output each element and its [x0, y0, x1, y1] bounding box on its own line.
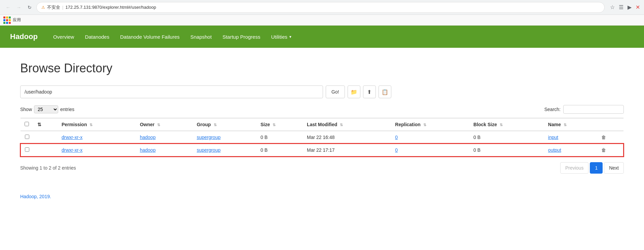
- star-button[interactable]: ☆: [610, 4, 615, 10]
- navbar-item-utilities[interactable]: Utilities ▼: [266, 27, 297, 47]
- clipboard-icon: 📋: [382, 89, 388, 95]
- row2-name: output: [544, 144, 597, 156]
- block-size-sort[interactable]: ⇅: [500, 123, 503, 127]
- row2-owner: hadoop: [136, 144, 193, 156]
- security-icon: ⚠: [41, 5, 45, 10]
- folder-icon: 📁: [351, 89, 357, 95]
- th-last-modified: Last Modified ⇅: [303, 118, 391, 131]
- forward-button[interactable]: →: [15, 3, 23, 11]
- row1-replication: 0: [391, 131, 469, 144]
- row1-delete: 🗑: [597, 131, 623, 144]
- row2-delete-icon[interactable]: 🗑: [601, 147, 606, 153]
- name-sort[interactable]: ⇅: [564, 123, 567, 127]
- row1-checkbox[interactable]: [25, 135, 29, 139]
- path-input[interactable]: [20, 85, 323, 98]
- row1-checkbox-cell: [21, 131, 33, 144]
- apps-grid-icon: [3, 16, 11, 24]
- navbar-item-datanode-volume-failures[interactable]: Datanode Volume Failures: [115, 27, 185, 47]
- row1-last-modified: Mar 22 16:48: [303, 131, 391, 144]
- row1-group: supergroup: [193, 131, 257, 144]
- pagination-buttons: Previous 1 Next: [560, 162, 624, 174]
- entries-label: entries: [60, 107, 74, 112]
- row1-block-size: 0 B: [469, 131, 544, 144]
- select-all-checkbox[interactable]: [25, 122, 29, 126]
- row2-indent: [33, 144, 58, 156]
- th-checkbox: [21, 118, 33, 131]
- last-modified-sort[interactable]: ⇅: [340, 123, 343, 127]
- table-row: drwxr-xr-x hadoop supergroup 0 B Mar 22 …: [21, 144, 623, 156]
- table-controls: Show 25 10 50 100 entries Search:: [20, 105, 624, 114]
- row2-group: supergroup: [193, 144, 257, 156]
- row1-name: input: [544, 131, 597, 144]
- search-label: Search:: [544, 107, 561, 112]
- upload-icon: ⬆: [367, 89, 371, 95]
- th-group: Group ⇅: [193, 118, 257, 131]
- reload-button[interactable]: ↻: [26, 3, 34, 11]
- go-button[interactable]: Go!: [326, 85, 345, 98]
- th-name: Name ⇅: [544, 118, 597, 131]
- clipboard-icon-button[interactable]: 📋: [379, 85, 391, 98]
- search-input[interactable]: [563, 105, 624, 114]
- th-replication: Replication ⇅: [391, 118, 469, 131]
- next-button[interactable]: Next: [604, 162, 624, 174]
- row1-delete-icon[interactable]: 🗑: [601, 135, 606, 140]
- os-apps-label: 应用: [13, 17, 21, 23]
- page-1-button[interactable]: 1: [590, 162, 603, 174]
- os-bar: 应用: [0, 15, 644, 26]
- row2-replication: 0: [391, 144, 469, 156]
- utilities-dropdown-arrow: ▼: [289, 35, 292, 39]
- size-sort[interactable]: ⇅: [273, 123, 276, 127]
- show-label: Show: [20, 107, 32, 112]
- table-body: drwxr-xr-x hadoop supergroup 0 B Mar 22 …: [21, 131, 623, 156]
- table-header: ⇅ Permission ⇅ Owner ⇅ Group ⇅ Size ⇅: [21, 118, 623, 131]
- th-size: Size ⇅: [256, 118, 303, 131]
- security-label: 不安全: [47, 4, 60, 10]
- path-bar: Go! 📁 ⬆ 📋: [20, 85, 624, 98]
- entries-select[interactable]: 25 10 50 100: [34, 105, 58, 113]
- row2-permission: drwxr-xr-x: [58, 144, 136, 156]
- browser-right-icons: ☆ ☰ ▶ ✕: [610, 4, 640, 10]
- row2-size: 0 B: [256, 144, 303, 156]
- table-row: drwxr-xr-x hadoop supergroup 0 B Mar 22 …: [21, 131, 623, 144]
- navbar-item-datanodes[interactable]: Datanodes: [79, 27, 115, 47]
- navbar-item-overview[interactable]: Overview: [48, 27, 80, 47]
- url-text: 172.25.7.131:9870/explorer.html#/user/ha…: [65, 5, 156, 10]
- th-permission: Permission ⇅: [58, 118, 136, 131]
- row2-last-modified: Mar 22 17:17: [303, 144, 391, 156]
- back-button[interactable]: ←: [4, 3, 12, 11]
- upload-icon-button[interactable]: ⬆: [363, 85, 376, 98]
- navbar: Hadoop Overview Datanodes Datanode Volum…: [0, 26, 644, 48]
- permission-sort[interactable]: ⇅: [90, 123, 93, 127]
- footer-text: Hadoop, 2019.: [20, 194, 51, 199]
- row1-owner: hadoop: [136, 131, 193, 144]
- group-sort[interactable]: ⇅: [214, 123, 217, 127]
- account-button[interactable]: ▶: [628, 4, 632, 10]
- os-apps-area: 应用: [3, 16, 21, 24]
- address-bar: ⚠ 不安全 | 172.25.7.131:9870/explorer.html#…: [36, 2, 605, 13]
- replication-sort[interactable]: ⇅: [423, 123, 426, 127]
- main-content: Browse Directory Go! 📁 ⬆ 📋 Show 25 10 50…: [0, 48, 644, 187]
- th-actions: [597, 118, 623, 131]
- row2-checkbox[interactable]: [25, 147, 29, 152]
- previous-button[interactable]: Previous: [560, 162, 588, 174]
- menu-button[interactable]: ☰: [619, 4, 623, 10]
- sort-icon[interactable]: ⇅: [37, 122, 41, 127]
- row2-block-size: 0 B: [469, 144, 544, 156]
- navbar-item-snapshot[interactable]: Snapshot: [185, 27, 217, 47]
- page-title: Browse Directory: [20, 61, 624, 75]
- row2-delete: 🗑: [597, 144, 623, 156]
- row2-checkbox-cell: [21, 144, 33, 156]
- navbar-brand[interactable]: Hadoop: [10, 32, 38, 41]
- navbar-item-startup-progress[interactable]: Startup Progress: [217, 27, 266, 47]
- th-block-size: Block Size ⇅: [469, 118, 544, 131]
- pagination-row: Showing 1 to 2 of 2 entries Previous 1 N…: [20, 162, 624, 174]
- owner-sort[interactable]: ⇅: [157, 123, 160, 127]
- footer: Hadoop, 2019.: [0, 187, 644, 206]
- th-sort: ⇅: [33, 118, 58, 131]
- th-owner: Owner ⇅: [136, 118, 193, 131]
- directory-table: ⇅ Permission ⇅ Owner ⇅ Group ⇅ Size ⇅: [20, 118, 624, 157]
- folder-icon-button[interactable]: 📁: [348, 85, 360, 98]
- row1-permission: drwxr-xr-x: [58, 131, 136, 144]
- close-button[interactable]: ✕: [636, 4, 640, 10]
- browser-chrome: ← → ↻ ⚠ 不安全 | 172.25.7.131:9870/explorer…: [0, 0, 644, 15]
